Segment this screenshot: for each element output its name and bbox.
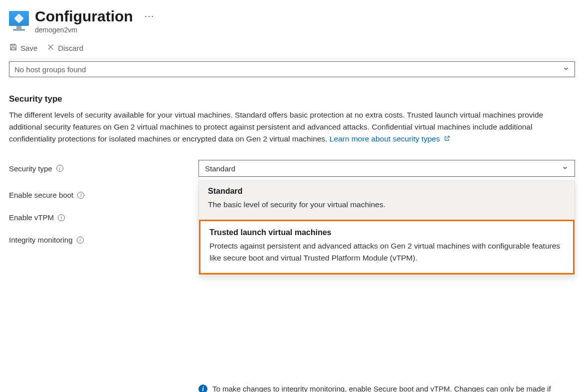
external-link-icon xyxy=(444,133,450,145)
chevron-down-icon xyxy=(563,65,570,74)
resource-name: demogen2vm xyxy=(35,26,575,34)
security-type-heading: Security type xyxy=(9,94,575,104)
security-type-dropdown[interactable]: Standard xyxy=(198,160,575,177)
more-actions-button[interactable]: ⋯ xyxy=(144,10,154,21)
enable-secure-boot-label: Enable secure boot xyxy=(9,191,73,199)
enable-vtpm-label: Enable vTPM xyxy=(9,213,54,222)
security-type-selected: Standard xyxy=(205,164,235,173)
info-icon[interactable]: i xyxy=(77,192,84,199)
integrity-monitoring-label: Integrity monitoring xyxy=(9,236,73,244)
option-standard-desc: The basic level of security for your vir… xyxy=(208,199,566,211)
option-standard[interactable]: Standard The basic level of security for… xyxy=(199,180,575,220)
host-group-value: No host groups found xyxy=(14,65,86,74)
option-trusted-desc: Protects against persistent and advanced… xyxy=(209,240,564,264)
save-label: Save xyxy=(20,44,37,52)
option-standard-title: Standard xyxy=(208,187,566,196)
info-icon[interactable]: i xyxy=(77,237,84,244)
save-button[interactable]: Save xyxy=(9,43,37,53)
save-icon xyxy=(9,43,17,53)
chevron-down-icon xyxy=(562,164,569,173)
page-title: Configuration xyxy=(35,8,133,25)
security-type-description: The different levels of security availab… xyxy=(9,109,575,145)
option-trusted-launch[interactable]: Trusted launch virtual machines Protects… xyxy=(199,220,575,274)
discard-label: Discard xyxy=(58,44,83,52)
security-type-options-list: Standard The basic level of security for… xyxy=(198,180,575,275)
integrity-info-text: To make changes to integrity monitoring,… xyxy=(212,384,575,392)
security-type-label: Security type xyxy=(9,164,52,173)
command-bar: Save Discard xyxy=(9,43,575,58)
info-icon: i xyxy=(198,385,207,392)
discard-button[interactable]: Discard xyxy=(46,43,83,53)
host-group-dropdown[interactable]: No host groups found xyxy=(9,61,575,77)
learn-more-link[interactable]: Learn more about security types xyxy=(330,134,451,143)
info-icon[interactable]: i xyxy=(56,165,63,172)
info-icon[interactable]: i xyxy=(58,214,65,221)
vm-resource-icon xyxy=(9,11,29,31)
close-icon xyxy=(46,43,55,53)
option-trusted-title: Trusted launch virtual machines xyxy=(209,228,564,237)
